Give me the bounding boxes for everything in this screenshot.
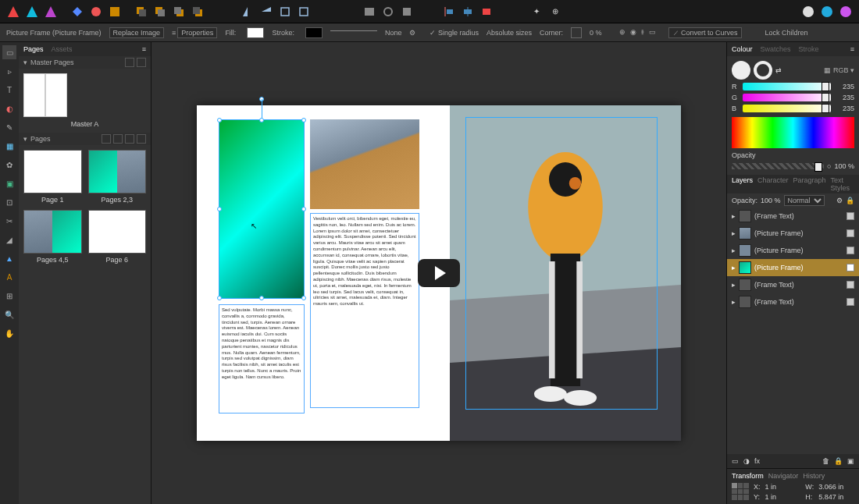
stroke-colour-well[interactable] <box>754 61 772 80</box>
layer-row[interactable]: ▸(Frame Text)✓ <box>727 293 859 311</box>
video-play-button[interactable] <box>418 259 460 287</box>
layer-lock-icon[interactable]: 🔒 <box>846 197 854 204</box>
history-tab[interactable]: History <box>803 472 825 480</box>
anchor-point-picker[interactable] <box>732 483 749 500</box>
shape3-icon[interactable] <box>108 5 122 19</box>
layer-fx-icon[interactable]: ⚙ <box>836 197 843 204</box>
blend-mode-select[interactable]: Normal <box>784 195 825 206</box>
hide-selection-icon[interactable]: ▭ <box>649 28 656 37</box>
stroke-tab[interactable]: Stroke <box>799 45 819 53</box>
account-icon[interactable] <box>801 5 815 19</box>
transform-tab[interactable]: Transform <box>732 472 764 480</box>
place-image-tool[interactable]: ⊡ <box>2 195 16 209</box>
pages-4-5-thumb[interactable]: Pages 4,5 <box>23 210 82 264</box>
text-tool-icon[interactable]: A <box>2 270 16 284</box>
swatches-tab[interactable]: Swatches <box>761 45 791 53</box>
layer-row[interactable]: ▸(Frame Text)✓ <box>727 208 859 225</box>
flip-v-icon[interactable] <box>259 5 273 19</box>
snap-icon[interactable]: ✦ <box>529 5 544 19</box>
layer-row[interactable]: ▸(Frame Text)✓ <box>727 276 859 293</box>
clip-icon[interactable]: ⊕ <box>548 5 562 19</box>
persona-designer-icon[interactable] <box>25 5 39 19</box>
blue-slider[interactable] <box>743 105 831 112</box>
canvas[interactable]: ↖ Sed vulputate. Morbi massa nunc, conva… <box>151 42 726 504</box>
pages-tab[interactable]: Pages <box>23 45 44 53</box>
preflight-icon[interactable] <box>362 5 376 19</box>
visibility-checkbox[interactable]: ✓ <box>847 229 854 237</box>
fill-colour-well[interactable] <box>732 61 750 80</box>
show-rotation-icon[interactable]: ◉ <box>630 28 636 37</box>
align-left-icon[interactable] <box>442 5 456 19</box>
master-options-icon[interactable] <box>137 58 146 67</box>
corner-value[interactable]: 0 % <box>590 29 602 37</box>
color-picker-tool[interactable]: ✋ <box>2 326 16 340</box>
align-center-icon[interactable] <box>461 5 475 19</box>
character-tab[interactable]: Character <box>757 176 789 192</box>
shape2-icon[interactable] <box>89 5 103 19</box>
chevron-down-icon[interactable]: ▾ <box>23 135 27 143</box>
arrange-front-icon[interactable] <box>191 5 205 19</box>
page-1-thumb[interactable]: Page 1 <box>23 150 82 204</box>
rotate-ccw-icon[interactable] <box>297 5 311 19</box>
delete-layer-icon[interactable]: 🗑 <box>822 457 829 465</box>
text-styles-tab[interactable]: Text Styles <box>831 176 854 192</box>
flip-h-icon[interactable] <box>241 5 255 19</box>
visibility-checkbox[interactable]: ✓ <box>847 281 854 289</box>
text-frame-tool[interactable]: T <box>2 83 16 97</box>
visibility-checkbox[interactable]: ✓ <box>847 264 854 272</box>
chevron-down-icon[interactable]: ▾ <box>23 59 27 66</box>
page-6-thumb[interactable]: Page 6 <box>88 210 147 264</box>
text-frame-1[interactable]: Sed vulputate. Morbi massa nunc, convall… <box>219 304 305 413</box>
properties-button[interactable]: Properties <box>177 27 217 38</box>
replace-image-button[interactable]: Replace Image <box>109 27 165 38</box>
text-frame-2[interactable]: Vestibulum velit orci, bibendum eget, mo… <box>310 213 419 408</box>
spread-setup-icon[interactable] <box>102 134 111 144</box>
layer-row[interactable]: ▸(Picture Frame)✓ <box>727 225 859 242</box>
view-tool[interactable]: 🔍 <box>2 307 16 321</box>
x-value[interactable]: 1 in <box>765 483 801 491</box>
transform-origin-icon[interactable]: ⊕ <box>619 28 626 37</box>
colour-panel-menu-icon[interactable]: ≡ <box>850 45 854 53</box>
red-slider[interactable] <box>743 83 831 91</box>
blue-value[interactable]: 235 <box>834 105 854 112</box>
opacity-slider[interactable] <box>732 163 824 169</box>
visibility-checkbox[interactable]: ✓ <box>847 247 854 254</box>
layers-tab[interactable]: Layers <box>732 176 753 192</box>
preview-icon[interactable] <box>381 5 395 19</box>
hue-spectrum[interactable] <box>732 117 854 148</box>
add-master-button[interactable] <box>125 58 134 67</box>
colour-tab[interactable]: Colour <box>732 45 753 53</box>
add-page-button[interactable] <box>113 134 123 144</box>
layer-row[interactable]: ▸(Picture Frame)✓ <box>727 242 859 259</box>
move-tool[interactable]: ▭ <box>2 45 16 59</box>
shape1-icon[interactable] <box>70 5 84 19</box>
w-value[interactable]: 3.066 in <box>818 483 854 491</box>
picture-frame-green[interactable]: ↖ <box>219 119 305 299</box>
stroke-swatch[interactable] <box>305 27 323 38</box>
artistic-text-tool[interactable]: ◐ <box>2 101 16 115</box>
section-icon[interactable] <box>400 5 414 19</box>
pages-2-3-thumb[interactable]: Pages 2,3 <box>88 150 147 204</box>
colour-mode-dropdown[interactable]: ▦ RGB ▾ <box>824 66 854 74</box>
navigator-tab[interactable]: Navigator <box>768 472 799 480</box>
master-a-thumb[interactable] <box>23 73 67 117</box>
persona-photo-icon[interactable] <box>44 5 58 19</box>
fill-tool[interactable]: ◢ <box>2 232 16 247</box>
h-value[interactable]: 5.847 in <box>818 493 854 501</box>
green-slider[interactable] <box>743 94 831 101</box>
layer-fx-button[interactable]: fx <box>754 457 760 465</box>
help-icon[interactable] <box>839 5 853 19</box>
layer-opacity-value[interactable]: 100 % <box>761 197 781 204</box>
assets-tab[interactable]: Assets <box>52 45 73 53</box>
flow-icon[interactable]: ⫵ <box>641 28 644 37</box>
transparency-tool[interactable]: ▲ <box>2 251 16 265</box>
layer-row-selected[interactable]: ▸(Picture Frame)✓ <box>727 259 859 276</box>
frame-text-tool[interactable]: ⊞ <box>2 289 16 303</box>
arrange-forward-icon[interactable] <box>172 5 186 19</box>
group-layer-icon[interactable]: ▣ <box>847 457 854 465</box>
page-options-icon[interactable] <box>137 134 146 144</box>
node-tool[interactable]: ▹ <box>2 64 16 78</box>
red-value[interactable]: 235 <box>834 83 854 91</box>
rotate-cw-icon[interactable] <box>278 5 292 19</box>
single-radius-checkbox[interactable]: Single radius <box>438 29 479 37</box>
